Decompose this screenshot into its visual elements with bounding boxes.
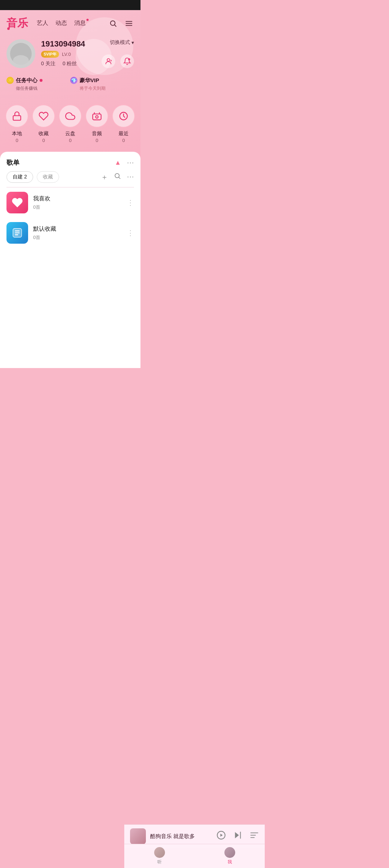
qa-collect-icon (32, 105, 55, 128)
profile-actions (102, 54, 134, 68)
search-icon[interactable] (108, 18, 118, 28)
bottom-nav-listen[interactable]: 听 (124, 844, 140, 868)
profile-section: 1913094984 SVIP年 LV.0 0 关注 0 粉丝 切换模式 ▾ (0, 34, 140, 74)
task-mission-sub: 做任务赚钱 (6, 85, 70, 92)
logo-dot (7, 27, 10, 30)
playlist-more-icon[interactable]: ⋯ (127, 158, 134, 167)
qa-cloud-count: 0 (69, 138, 71, 143)
lv-badge: LV.0 (62, 52, 71, 57)
svg-point-6 (128, 58, 130, 61)
bottom-nav: 听 我 (124, 844, 140, 868)
nav-icons (108, 18, 134, 28)
svg-rect-7 (13, 116, 21, 120)
svg-line-1 (115, 25, 116, 26)
task-vip[interactable]: 💎 豪华VIP 将于今天到期 (70, 77, 134, 92)
task-mission-label: 任务中心 (16, 77, 37, 84)
menu-icon[interactable] (124, 18, 134, 28)
switch-mode-button[interactable]: 切换模式 ▾ (110, 39, 134, 46)
qa-recent-label: 最近 (119, 130, 129, 137)
playlist-thumb-collect (6, 222, 28, 244)
more-playlist-icon[interactable]: ⋯ (127, 172, 134, 182)
qa-collect-count: 0 (42, 138, 45, 143)
nav-item-messages[interactable]: 消息 (74, 19, 86, 27)
playlist-section: 歌单 ▲ ⋯ 自建 2 收藏 ＋ ⋯ (0, 152, 140, 368)
add-playlist-icon[interactable]: ＋ (101, 172, 108, 182)
playlist-item-more-icon-2[interactable]: ⋮ (127, 229, 134, 237)
nav-item-artist[interactable]: 艺人 (37, 19, 48, 27)
list-item[interactable]: 默认收藏 0首 ⋮ (0, 218, 140, 248)
task-missions[interactable]: 🪙 任务中心 做任务赚钱 (6, 77, 70, 92)
playlist-item-more-icon[interactable]: ⋮ (127, 198, 134, 207)
following-count: 0 关注 (41, 61, 55, 67)
qa-collect[interactable]: 收藏 0 (32, 105, 55, 143)
task-vip-label: 豪华VIP (80, 77, 99, 84)
task-notification-dot (40, 79, 43, 82)
tasks-section: 🪙 任务中心 做任务赚钱 💎 豪华VIP 将于今天到期 (0, 74, 140, 97)
notification-action-icon[interactable] (120, 54, 134, 68)
qa-cloud-label: 云盘 (65, 130, 75, 137)
list-item[interactable]: 我喜欢 0首 ⋮ (0, 187, 140, 218)
user-action-icon[interactable] (102, 54, 115, 68)
search-playlist-icon[interactable] (114, 172, 121, 182)
qa-audio-label: 音频 (92, 130, 102, 137)
qa-audio-count: 0 (95, 138, 98, 143)
playlist-section-title: 歌单 (6, 158, 115, 167)
svg-point-9 (96, 116, 98, 118)
playlist-info: 我喜欢 0首 (33, 195, 122, 211)
playlist-header-icons: ▲ ⋯ (115, 158, 134, 167)
tab-created[interactable]: 自建 2 (6, 171, 33, 183)
fans-count: 0 粉丝 (63, 61, 77, 67)
top-nav: 音乐 艺人 动态 消息 (0, 10, 140, 34)
qa-audio[interactable]: 音频 0 (85, 105, 108, 143)
qa-recent-icon (112, 105, 135, 128)
playlist-name: 我喜欢 (33, 195, 122, 203)
nav-items: 艺人 动态 消息 (37, 19, 108, 27)
avatar[interactable] (6, 39, 35, 68)
playlist-songs: 0首 (33, 204, 122, 211)
qa-local-icon (5, 105, 28, 128)
tab-collected[interactable]: 收藏 (37, 171, 59, 183)
qa-local[interactable]: 本地 0 (5, 105, 28, 143)
task-diamond-icon: 💎 (70, 77, 77, 84)
quick-access: 本地 0 收藏 0 云盘 0 (0, 97, 140, 152)
svg-point-5 (107, 59, 109, 61)
playlist-thumb-heart (6, 192, 28, 213)
playlist-header: 歌单 ▲ ⋯ (0, 152, 140, 171)
qa-recent[interactable]: 最近 0 (112, 105, 135, 143)
qa-cloud[interactable]: 云盘 0 (59, 105, 82, 143)
qa-audio-icon (85, 105, 108, 128)
qa-collect-label: 收藏 (39, 130, 49, 137)
app-logo: 音乐 (6, 16, 28, 31)
svip-badge: SVIP年 (41, 51, 59, 58)
nav-item-dynamic[interactable]: 动态 (55, 19, 67, 27)
tab-actions: ＋ ⋯ (101, 172, 134, 182)
playlist-name-2: 默认收藏 (33, 225, 122, 233)
qa-local-label: 本地 (12, 130, 22, 137)
playlist-tabs: 自建 2 收藏 ＋ ⋯ (0, 171, 140, 187)
task-vip-expire: 将于今天到期 (70, 85, 134, 92)
qa-cloud-icon (59, 105, 82, 128)
collapse-icon[interactable]: ▲ (115, 159, 121, 167)
svg-rect-8 (93, 114, 101, 120)
playlist-info-2: 默认收藏 0首 (33, 225, 122, 241)
playlist-songs-2: 0首 (33, 234, 122, 241)
player-thumbnail (130, 828, 140, 844)
svg-line-14 (119, 177, 120, 178)
task-gold-icon: 🪙 (6, 77, 14, 84)
qa-local-count: 0 (15, 138, 18, 143)
qa-recent-count: 0 (122, 138, 125, 143)
